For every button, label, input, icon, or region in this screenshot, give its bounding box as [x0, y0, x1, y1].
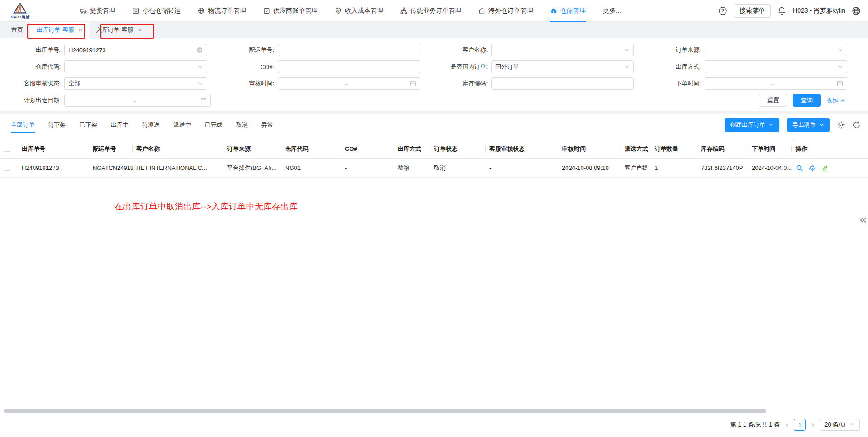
chevron-up-icon — [840, 98, 845, 103]
user-account[interactable]: H023 - 肖梦雅kylin — [793, 7, 845, 15]
horizontal-scrollbar-thumb[interactable] — [4, 409, 766, 413]
warehouse-code-select[interactable] — [64, 60, 207, 73]
audit-time-daterange[interactable]: → — [278, 77, 420, 90]
chevron-down-icon — [624, 47, 630, 53]
cs-audit-status-select[interactable]: 全部 — [64, 77, 207, 90]
tab-home[interactable]: 首页 — [5, 22, 30, 38]
cell-order-qty: 1 — [651, 159, 697, 178]
order-source-select[interactable] — [705, 44, 847, 56]
col-inventory-code[interactable]: 库存编码 — [697, 139, 748, 159]
col-customer-name[interactable]: 客户名称 — [133, 139, 223, 159]
nav-item-supplier-bills[interactable]: 供应商账单管理 — [263, 0, 318, 22]
select-value: 国外订单 — [495, 63, 624, 71]
package-transfer-icon — [133, 7, 139, 14]
create-outbound-order-button[interactable]: 创建出库订单 — [725, 118, 779, 132]
tab-inbound-orders-cs[interactable]: 入库订单-客服 × — [89, 22, 149, 38]
col-order-status[interactable]: 订单状态 — [430, 139, 486, 159]
settings-gear-icon[interactable] — [837, 121, 845, 129]
col-order-qty[interactable]: 订单数量 — [651, 139, 697, 159]
cell-order-source: 平台操作(BG_Afr... — [223, 159, 281, 178]
export-list-button[interactable]: 导出清单 — [787, 118, 830, 132]
col-order-source[interactable]: 订单来源 — [223, 139, 281, 159]
cell-order-time: 2024-10-04 0... — [748, 159, 792, 178]
prev-page-icon[interactable]: ‹ — [785, 421, 789, 429]
table-row[interactable]: H2409191273 NGATCN249181 HET INTERNATION… — [0, 159, 868, 178]
nav-item-logistics-orders[interactable]: 物流订单管理 — [198, 0, 246, 22]
outbound-method-select[interactable] — [705, 60, 847, 73]
nav-item-label: 供应商账单管理 — [273, 7, 318, 15]
col-delivery-no[interactable]: 配运单号 — [89, 139, 133, 159]
reset-button[interactable]: 重置 — [759, 94, 787, 107]
col-cs-audit-status[interactable]: 客服审核状态 — [486, 139, 558, 159]
nav-item-warehouse-management[interactable]: 仓储管理 — [550, 0, 586, 22]
view-search-icon[interactable] — [796, 164, 803, 172]
order-time-daterange[interactable]: → — [705, 77, 847, 90]
filter-field-outbound-method: 出库方式: — [647, 60, 861, 73]
status-tab-to-dispatch[interactable]: 待派送 — [142, 114, 160, 135]
page-size-value: 20 条/页 — [824, 421, 846, 429]
bell-icon[interactable] — [777, 6, 786, 15]
nav-item-label: 物流订单管理 — [208, 7, 246, 15]
edit-pencil-icon[interactable] — [821, 164, 829, 172]
col-co[interactable]: CO# — [341, 139, 394, 159]
cell-warehouse-code: NG01 — [281, 159, 341, 178]
top-navbar: HART瀚通 提货管理 小包仓储转运 物流 — [0, 0, 868, 22]
nav-item-overseas-warehouse-orders[interactable]: 海外仓订单管理 — [478, 0, 533, 22]
col-audit-time[interactable]: 审核时间 — [558, 139, 621, 159]
org-chart-icon — [400, 7, 407, 14]
status-tab-outbound[interactable]: 出库中 — [111, 114, 128, 135]
tab-outbound-orders-cs[interactable]: 出库订单-客服 × — [30, 22, 89, 38]
page-tabbar: 首页 出库订单-客服 × 入库订单-客服 × — [0, 22, 868, 38]
status-tab-cancelled[interactable]: 取消 — [236, 114, 248, 135]
close-icon[interactable]: × — [79, 27, 82, 33]
collapse-sider-handle[interactable]: « — [859, 214, 867, 226]
filter-field-order-source: 订单来源: — [647, 44, 861, 56]
next-page-icon[interactable]: › — [811, 421, 814, 429]
planned-outbound-date-daterange[interactable]: → — [64, 94, 211, 107]
outbound-no-input[interactable] — [69, 47, 197, 54]
orders-table: 出库单号 配运单号 客户名称 订单来源 仓库代码 CO# 出库方式 订单状态 客… — [0, 139, 868, 178]
clear-icon[interactable] — [197, 47, 203, 53]
nav-item-traditional-orders[interactable]: 传统业务订单管理 — [400, 0, 461, 22]
filter-field-inventory-code: 库存编码: — [434, 77, 647, 90]
row-checkbox[interactable] — [4, 164, 10, 171]
col-warehouse-code[interactable]: 仓库代码 — [281, 139, 341, 159]
nav-item-pickup-management[interactable]: 提货管理 — [80, 0, 115, 22]
select-all-checkbox[interactable] — [4, 145, 10, 152]
language-globe-icon[interactable] — [852, 6, 861, 15]
inventory-code-input[interactable] — [495, 80, 630, 87]
refresh-icon[interactable] — [853, 121, 861, 129]
field-label: 计划出仓日期: — [7, 96, 64, 104]
co-input[interactable] — [282, 64, 416, 70]
main-menu: 提货管理 小包仓储转运 物流订单管理 供应商账 — [80, 0, 621, 22]
page-size-select[interactable]: 20 条/页 — [820, 419, 860, 431]
nav-item-parcel-warehouse-transfer[interactable]: 小包仓储转运 — [133, 0, 181, 22]
col-outbound-method[interactable]: 出库方式 — [394, 139, 430, 159]
current-page-button[interactable]: 1 — [794, 419, 806, 431]
customer-name-select[interactable] — [491, 44, 634, 56]
locate-crosshair-icon[interactable] — [809, 164, 816, 172]
query-button[interactable]: 查询 — [793, 94, 821, 107]
help-icon[interactable] — [718, 6, 727, 15]
delivery-no-input[interactable] — [282, 47, 416, 54]
status-tab-completed[interactable]: 已完成 — [205, 114, 222, 135]
close-icon[interactable]: × — [138, 27, 142, 33]
status-tab-picked[interactable]: 已下架 — [79, 114, 97, 135]
search-menu-button[interactable]: 搜索菜单 — [734, 4, 771, 18]
nav-item-more[interactable]: 更多... — [603, 0, 621, 22]
tab-label: 入库订单-客服 — [96, 26, 133, 34]
nav-item-income-cost[interactable]: 收入成本管理 — [335, 0, 383, 22]
col-delivery-method[interactable]: 派送方式 — [621, 139, 651, 159]
status-tab-all[interactable]: 全部订单 — [11, 114, 35, 135]
col-outbound-no[interactable]: 出库单号 — [18, 139, 89, 159]
pagination-summary: 第 1-1 条/总共 1 条 — [730, 421, 780, 429]
home-icon — [478, 7, 485, 14]
brand-logo[interactable]: HART瀚通 — [7, 2, 33, 20]
status-tab-to-pick[interactable]: 待下架 — [48, 114, 66, 135]
domestic-order-select[interactable]: 国外订单 — [491, 60, 634, 73]
status-tab-abnormal[interactable]: 异常 — [261, 114, 273, 135]
status-tab-dispatching[interactable]: 派送中 — [173, 114, 191, 135]
col-order-time[interactable]: 下单时间 — [748, 139, 792, 159]
collapse-filters-link[interactable]: 收起 — [826, 96, 845, 104]
field-label: CO#: — [221, 64, 278, 70]
